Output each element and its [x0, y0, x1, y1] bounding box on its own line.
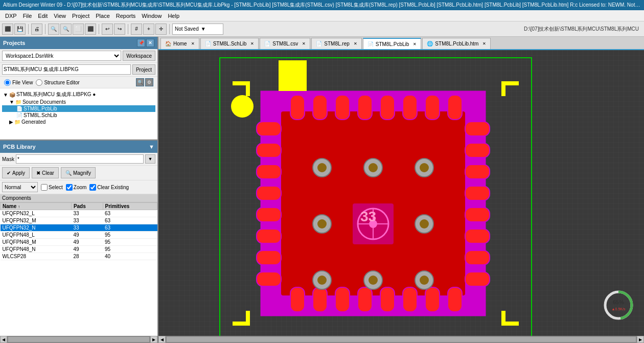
svg-rect-27 [257, 250, 281, 265]
apply-button[interactable]: ✔ Apply [2, 167, 30, 178]
toolbar-btn-zoom-out[interactable]: 🔍 [60, 24, 72, 35]
clear-button[interactable]: ✖ Clear [32, 167, 59, 178]
zoom-checkbox[interactable] [66, 184, 73, 191]
scroll-right-btn-bottom[interactable]: ▶ [637, 336, 644, 343]
workspace-select[interactable]: Workspace1.DsnWrk [2, 51, 121, 61]
toolbar-btn-print[interactable]: 🖨 [31, 24, 42, 35]
mask-input[interactable] [16, 154, 144, 164]
table-row[interactable]: UFQFPN48_L 49 95 [1, 232, 157, 239]
toolbar-btn-zoom-in[interactable]: 🔍 [48, 24, 59, 35]
cell-pads: 49 [71, 246, 103, 253]
toolbar-btn-grid[interactable]: # [131, 24, 142, 35]
toolbar-btn-zoom-area[interactable]: ⬛ [85, 24, 96, 35]
menu-edit[interactable]: Edit [35, 12, 51, 20]
tab-stm8l-csv[interactable]: 📄 STM8L.csv ✕ [260, 38, 310, 49]
menu-window[interactable]: Window [139, 12, 165, 20]
select-checkbox[interactable] [41, 184, 48, 191]
col-name[interactable]: Name ↑ [1, 203, 72, 210]
menu-reports[interactable]: Reports [113, 12, 139, 20]
clear-existing-checkbox[interactable] [89, 184, 96, 191]
pcb-svg: 33 [158, 50, 644, 336]
panel-pin-btn[interactable]: 📌 [137, 39, 145, 47]
table-row[interactable]: WLCSP28 28 40 [1, 253, 157, 260]
toolbar-btn-6[interactable]: ✛ [155, 24, 167, 35]
project-input[interactable] [2, 64, 131, 75]
tree-item[interactable]: 📄 STM8L.PcbLib [2, 105, 155, 112]
progress-svg: 65% ▲0.5K/s [603, 290, 634, 321]
table-row[interactable]: UFQFPN32_L 33 63 [1, 210, 157, 217]
svg-rect-9 [380, 95, 395, 120]
zoom-checkbox-label[interactable]: Zoom [66, 184, 87, 191]
menu-place[interactable]: Place [93, 12, 113, 20]
pcb-lib-arrow-icon[interactable]: ▼ [149, 144, 154, 150]
menu-project[interactable]: Project [69, 12, 93, 20]
col-pads[interactable]: Pads [71, 203, 103, 210]
tab-close-icon[interactable]: ✕ [413, 42, 417, 47]
tab-stm8l-rep[interactable]: 📄 STM8L.rep ✕ [311, 38, 361, 49]
tab-close-icon[interactable]: ✕ [191, 41, 195, 46]
h-scroll-track[interactable] [167, 337, 636, 342]
tab-stm8l-pcblib[interactable]: 📄 STM8L.PcbLib ✕ [363, 38, 422, 49]
pcb-canvas-area[interactable]: 33 65% ▲0.5K/s [158, 50, 644, 336]
scroll-left-btn[interactable]: ◀ [0, 336, 7, 343]
table-row[interactable]: UFQFPN48_N 49 95 [1, 246, 157, 253]
svg-rect-23 [257, 165, 281, 179]
menu-help[interactable]: Help [165, 12, 182, 20]
main-toolbar: ⬛ 💾 🖨 🔍 🔍 ⬜ ⬛ ↩ ↪ # + ✛ Not Saved ▼ D:\[… [0, 21, 644, 37]
toolbar-btn-undo[interactable]: ↩ [102, 24, 113, 35]
scroll-left-btn-bottom[interactable]: ◀ [158, 336, 166, 343]
select-checkbox-label[interactable]: Select [41, 184, 63, 191]
clear-existing-checkbox-label[interactable]: Clear Existing [89, 184, 129, 191]
apply-label: Apply [12, 170, 25, 176]
toolbar-btn-2[interactable]: 💾 [14, 24, 26, 35]
menu-dxp[interactable]: DXP [2, 12, 20, 20]
table-row[interactable]: UFQFPN32_M 33 63 [1, 217, 157, 224]
bottom-scrollbar[interactable]: ◀ ▶ [158, 336, 644, 343]
svg-rect-33 [465, 208, 490, 222]
saved-state-dropdown[interactable]: Not Saved ▼ [172, 24, 223, 35]
tab-stm8l-pcblib-htm[interactable]: 🌐 STM8L.PcbLib.htm ✕ [422, 38, 491, 49]
components-table-wrap[interactable]: Name ↑ Pads Primitives UFQFPN32_L 33 63U… [0, 202, 157, 336]
tree-file-icon: 📦 [9, 92, 15, 98]
tab-close-icon[interactable]: ✕ [482, 41, 486, 46]
tab-close-icon[interactable]: ✕ [302, 41, 306, 46]
left-panel-scrollbar[interactable]: ◀ ▶ [0, 336, 157, 343]
svg-rect-18 [403, 287, 417, 312]
structure-editor-radio[interactable]: Structure Editor [36, 79, 79, 86]
svg-rect-19 [425, 287, 440, 312]
tree-item[interactable]: 📄 STM8L.SchLib [2, 112, 155, 119]
col-primitives[interactable]: Primitives [103, 203, 157, 210]
tree-item[interactable]: ▶ 📁 Generated [2, 119, 155, 125]
view-icon-2[interactable]: ⚙ [145, 78, 153, 86]
tab-home[interactable]: 🏠 Home ✕ [160, 38, 199, 49]
title-text: Altium Designer Winter 09 - D:\[07]技术创新\… [3, 2, 641, 9]
mask-combo-btn[interactable]: ▼ [145, 154, 155, 164]
svg-rect-6 [313, 95, 327, 120]
table-row[interactable]: UFQFPN32_N 33 63 [1, 224, 157, 232]
toolbar-btn-5[interactable]: + [143, 24, 154, 35]
file-view-radio[interactable]: File View [4, 79, 33, 86]
tree-item[interactable]: ▼ 📁 Source Documents [2, 99, 155, 105]
scroll-right-btn[interactable]: ▶ [150, 336, 157, 343]
view-icon-1[interactable]: 🔍 [136, 78, 144, 86]
cell-name: UFQFPN48_L [1, 232, 72, 239]
toolbar-btn-redo[interactable]: ↪ [114, 24, 125, 35]
menu-view[interactable]: View [51, 12, 69, 20]
workspace-button[interactable]: Workspace [123, 51, 155, 61]
magnify-button[interactable]: 🔍 Magnify [61, 167, 96, 178]
tab-close-icon[interactable]: ✕ [250, 41, 254, 46]
project-row: Project [0, 63, 157, 77]
table-row[interactable]: UFQFPN48_M 49 95 [1, 239, 157, 246]
toolbar-sep-4 [128, 24, 128, 34]
mode-select[interactable]: Normal [2, 182, 38, 192]
scroll-track[interactable] [8, 337, 149, 342]
tab-stm8l-schlib[interactable]: 📄 STM8L.SchLib ✕ [200, 38, 259, 49]
select-label: Select [49, 185, 63, 190]
panel-close-btn[interactable]: ✕ [146, 39, 154, 47]
project-button[interactable]: Project [132, 64, 155, 75]
toolbar-btn-1[interactable]: ⬛ [2, 24, 13, 35]
menu-file[interactable]: File [20, 12, 35, 20]
toolbar-btn-zoom-fit[interactable]: ⬜ [73, 24, 84, 35]
tab-close-icon[interactable]: ✕ [354, 41, 357, 46]
tree-item[interactable]: ▼ 📦 STM8L系列MCU 集成库.LIBPKG ● [2, 90, 155, 99]
